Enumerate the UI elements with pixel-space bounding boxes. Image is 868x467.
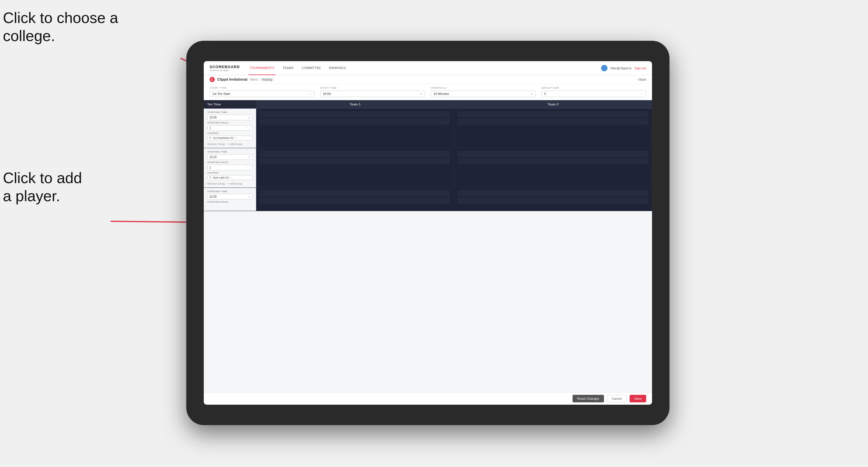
team1-cell-2: × ⌄ × ⌄	[256, 148, 454, 187]
nav-links: TOURNAMENTS TEAMS COMMITTEE RANKINGS	[249, 61, 601, 75]
player-chevron-icon[interactable]: ⌄	[644, 152, 647, 155]
start-time-select[interactable]: 10:00 ⊙	[320, 91, 425, 97]
starting-time-input-3[interactable]: 10:20 ⊙	[207, 194, 252, 199]
user-email: blair@clippd.io	[610, 66, 631, 70]
player-chevron-icon[interactable]: ⌄	[446, 199, 448, 203]
player-x-icon[interactable]: ×	[641, 152, 643, 155]
group-row: STARTING TIME: 10:00 ⊙ STARTING HOLE: 1 …	[204, 108, 652, 148]
reset-button[interactable]: Reset Changes	[572, 395, 604, 402]
add-group-btn-1[interactable]: + Add Group	[227, 143, 242, 146]
annotation-add-player: Click to add a player.	[3, 169, 82, 205]
player-slot[interactable]: × ⌄	[260, 158, 450, 164]
player-chevron-icon[interactable]: ⌄	[446, 160, 448, 163]
sign-out-link[interactable]: Sign out	[634, 66, 646, 70]
player-x-icon[interactable]: ×	[641, 199, 643, 203]
player-chevron-icon[interactable]: ⌄	[446, 192, 448, 195]
player-chevron-icon[interactable]: ⌄	[446, 152, 448, 155]
course-flag-1: 🏳	[209, 136, 212, 139]
player-x-icon[interactable]: ×	[641, 192, 643, 195]
group-size-select[interactable]: 3 ⌃⌄	[541, 91, 646, 97]
player-slot[interactable]: × ⌄	[260, 151, 450, 157]
save-button[interactable]: Save	[630, 395, 646, 402]
start-type-chevron: ⌃⌄	[307, 92, 312, 95]
tablet-screen: SCOREBOARD Powered by clippd TOURNAMENTS…	[204, 61, 652, 405]
start-type-label: Start Type	[210, 87, 314, 89]
brand: SCOREBOARD Powered by clippd	[210, 65, 240, 72]
starting-hole-input-2[interactable]: 1 ⌃⌄	[207, 165, 252, 170]
player-slot[interactable]: × ⌄	[458, 111, 648, 117]
starting-hole-label-1: STARTING HOLE:	[207, 121, 252, 124]
course-tag-2[interactable]: 🏳 East Lake GC ×	[207, 175, 252, 180]
player-slot[interactable]: × ⌄	[458, 151, 648, 157]
player-x-icon[interactable]: ×	[641, 120, 643, 123]
groups-container: STARTING TIME: 10:00 ⊙ STARTING HOLE: 1 …	[204, 108, 652, 211]
player-x-icon[interactable]: ×	[641, 113, 643, 116]
player-slot[interactable]: × ⌄	[260, 190, 450, 196]
starting-time-input-2[interactable]: 10:10 ⊙	[207, 154, 252, 160]
remove-group-btn-2[interactable]: Remove Group	[207, 182, 225, 185]
nav-tournaments[interactable]: TOURNAMENTS	[249, 61, 276, 75]
player-chevron-icon[interactable]: ⌄	[446, 113, 448, 116]
brand-sub: Powered by clippd	[210, 69, 240, 72]
group-size-chevron: ⌃⌄	[639, 92, 644, 95]
player-chevron-icon[interactable]: ⌄	[644, 120, 647, 123]
player-x-icon[interactable]: ×	[443, 152, 445, 155]
player-slot[interactable]: × ⌄	[458, 190, 648, 196]
hole-chevron-1: ⌃⌄	[246, 127, 250, 130]
course-tag-1[interactable]: 🏳 (A) Peachtree GC ×	[207, 136, 252, 140]
player-chevron-icon[interactable]: ⌄	[644, 199, 647, 203]
player-chevron-icon[interactable]: ⌄	[644, 113, 647, 116]
user-avatar	[601, 65, 608, 71]
course-remove-1[interactable]: ×	[235, 136, 237, 139]
player-x-icon[interactable]: ×	[443, 192, 445, 195]
player-chevron-icon[interactable]: ⌄	[644, 160, 647, 163]
team2-cell-2: × ⌄ × ⌄	[454, 148, 652, 187]
course-remove-2[interactable]: ×	[230, 176, 232, 179]
player-x-icon[interactable]: ×	[443, 160, 445, 163]
player-slot[interactable]: × ⌄	[260, 119, 450, 125]
player-x-icon[interactable]: ×	[641, 160, 643, 163]
cancel-button[interactable]: Cancel	[607, 395, 627, 402]
start-time-value: 10:00	[323, 92, 331, 95]
course-label-1: COURSE:	[207, 132, 252, 134]
nav-committee[interactable]: COMMITTEE	[301, 61, 322, 75]
start-time-group: Start Time 10:00 ⊙	[320, 87, 425, 97]
player-slot[interactable]: × ⌄	[458, 119, 648, 125]
intervals-value: 10 Minutes	[433, 92, 449, 95]
back-button[interactable]: ‹ Back	[637, 78, 646, 81]
th-team2: Team 2	[454, 100, 652, 108]
player-slot[interactable]: × ⌄	[458, 198, 648, 204]
team1-cell-1: × ⌄ × ⌄	[256, 108, 454, 148]
player-chevron-icon[interactable]: ⌄	[644, 192, 647, 195]
group-size-group: Group Size 3 ⌃⌄	[541, 87, 646, 97]
th-team1: Team 1	[256, 100, 454, 108]
player-x-icon[interactable]: ×	[443, 113, 445, 116]
course-label-2: COURSE:	[207, 172, 252, 174]
time-icon-2: ⊙	[248, 156, 250, 159]
starting-time-input-1[interactable]: 10:00 ⊙	[207, 115, 252, 120]
intervals-select[interactable]: 10 Minutes ⊙	[431, 91, 535, 97]
player-slot[interactable]: × ⌄	[458, 158, 648, 164]
player-x-icon[interactable]: ×	[443, 120, 445, 123]
nav-teams[interactable]: TEAMS	[281, 61, 295, 75]
starting-time-label-2: STARTING TIME:	[207, 151, 252, 153]
group-row: STARTING TIME: 10:20 ⊙ STARTING HOLE: × …	[204, 188, 652, 211]
remove-group-btn-1[interactable]: Remove Group	[207, 143, 225, 146]
player-slot[interactable]: × ⌄	[260, 111, 450, 117]
tournament-logo: C	[210, 77, 215, 82]
add-group-btn-2[interactable]: + Add Group	[227, 182, 242, 185]
player-slot[interactable]: × ⌄	[260, 198, 450, 204]
team1-cell-3: × ⌄ × ⌄	[256, 188, 454, 211]
start-type-select[interactable]: 1st Tee Start ⌃⌄	[210, 91, 314, 97]
player-x-icon[interactable]: ×	[443, 199, 445, 203]
player-chevron-icon[interactable]: ⌄	[446, 120, 448, 123]
nav-rankings[interactable]: RANKINGS	[328, 61, 347, 75]
brand-title: SCOREBOARD	[210, 65, 240, 69]
group-actions-1: Remove Group + Add Group	[207, 143, 252, 146]
starting-hole-input-1[interactable]: 1 ⌃⌄	[207, 125, 252, 131]
tournament-gender: (Men)	[250, 78, 258, 81]
nav-bar: SCOREBOARD Powered by clippd TOURNAMENTS…	[204, 61, 652, 75]
starting-time-label-1: STARTING TIME:	[207, 111, 252, 114]
time-icon-3: ⊙	[248, 195, 250, 198]
course-name-2: East Lake GC	[213, 176, 229, 179]
